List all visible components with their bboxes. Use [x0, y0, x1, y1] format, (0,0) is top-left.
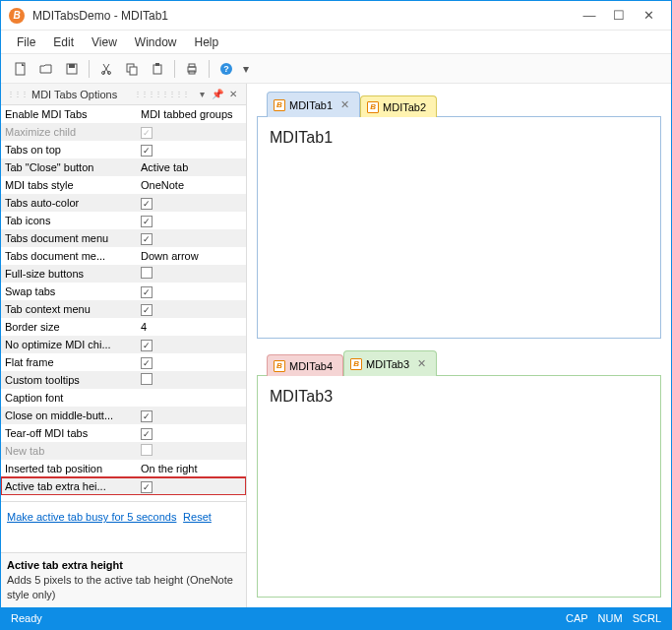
copy-button[interactable] — [120, 57, 144, 81]
checkbox[interactable] — [141, 267, 153, 279]
checkbox[interactable]: ✓ — [141, 216, 153, 227]
help-button[interactable]: ? — [214, 57, 238, 81]
checkbox[interactable]: ✓ — [141, 198, 153, 210]
option-row[interactable]: Tab context menu✓ — [1, 300, 246, 318]
option-label: Tabs document me... — [1, 250, 137, 262]
panel-dropdown-icon[interactable]: ▾ — [195, 88, 209, 101]
document-icon: B — [350, 358, 362, 370]
menu-help[interactable]: Help — [187, 32, 227, 52]
menubar: File Edit View Window Help — [1, 31, 671, 54]
option-value[interactable] — [137, 444, 246, 458]
checkbox[interactable]: ✓ — [141, 481, 153, 493]
option-row[interactable]: Tab "Close" buttonActive tab — [1, 158, 246, 176]
option-row[interactable]: Tab icons✓ — [1, 212, 246, 229]
panel-title: MDI Tabs Options — [31, 89, 134, 100]
grip-icon: ⋮⋮⋮⋮⋮⋮⋮⋮ — [134, 90, 189, 98]
option-value[interactable]: OneNote — [137, 179, 246, 191]
checkbox[interactable]: ✓ — [141, 410, 153, 422]
sidebar: ⋮⋮⋮ MDI Tabs Options ⋮⋮⋮⋮⋮⋮⋮⋮ ▾ 📌 ✕ Enab… — [1, 84, 247, 607]
option-row[interactable]: Caption font — [1, 389, 246, 407]
checkbox[interactable]: ✓ — [141, 304, 153, 316]
option-value[interactable]: ✓ — [137, 427, 246, 440]
option-value[interactable]: Down arrow — [137, 250, 246, 262]
tab-close-icon[interactable]: ✕ — [417, 357, 426, 370]
option-row[interactable]: Tabs document me...Down arrow — [1, 247, 246, 265]
svg-point-3 — [102, 71, 105, 74]
options-grid: Enable MDI TabsMDI tabbed groupsMaximize… — [1, 105, 246, 495]
save-button[interactable] — [60, 57, 84, 81]
minimize-button[interactable]: — — [575, 5, 604, 27]
close-button[interactable]: ✕ — [634, 5, 663, 27]
cut-button[interactable] — [94, 57, 118, 81]
cap-indicator: CAP — [566, 612, 588, 624]
option-value[interactable]: On the right — [137, 463, 246, 474]
busy-link[interactable]: Make active tab busy for 5 seconds — [7, 511, 176, 523]
option-label: Tear-off MDI tabs — [1, 427, 137, 439]
option-value[interactable]: ✓ — [137, 215, 246, 227]
option-value[interactable]: ✓ — [137, 480, 246, 493]
option-row[interactable]: Active tab extra hei...✓ — [1, 477, 246, 495]
option-value[interactable]: ✓ — [137, 356, 246, 369]
option-row[interactable]: MDI tabs styleOneNote — [1, 176, 246, 194]
menu-file[interactable]: File — [9, 32, 43, 52]
panel-header: ⋮⋮⋮ MDI Tabs Options ⋮⋮⋮⋮⋮⋮⋮⋮ ▾ 📌 ✕ — [1, 84, 246, 105]
option-row[interactable]: Tear-off MDI tabs✓ — [1, 424, 246, 442]
option-row[interactable]: Border size4 — [1, 318, 246, 336]
menu-window[interactable]: Window — [127, 32, 185, 52]
option-value[interactable]: ✓ — [137, 144, 246, 157]
help-dropdown[interactable]: ▾ — [240, 57, 252, 81]
option-row[interactable]: Inserted tab positionOn the right — [1, 460, 246, 477]
menu-view[interactable]: View — [84, 32, 125, 52]
option-value[interactable]: 4 — [137, 321, 246, 333]
description-area: Active tab extra height Adds 5 pixels to… — [1, 552, 246, 607]
option-row[interactable]: Flat frame✓ — [1, 353, 246, 371]
panel-close-icon[interactable]: ✕ — [226, 88, 240, 101]
option-value[interactable] — [137, 267, 246, 281]
maximize-button[interactable]: ☐ — [604, 5, 634, 27]
option-row[interactable]: Tabs document menu✓ — [1, 229, 246, 247]
checkbox[interactable]: ✓ — [141, 286, 153, 298]
option-value[interactable]: ✓ — [137, 232, 246, 245]
mdi-tab[interactable]: BMDITab2 — [360, 95, 437, 117]
option-value[interactable]: ✓ — [137, 339, 246, 351]
body: ⋮⋮⋮ MDI Tabs Options ⋮⋮⋮⋮⋮⋮⋮⋮ ▾ 📌 ✕ Enab… — [1, 84, 671, 607]
tab-label: MDITab4 — [289, 360, 333, 372]
option-value[interactable] — [137, 373, 246, 387]
option-value[interactable]: ✓ — [137, 410, 246, 422]
option-row[interactable]: Swap tabs✓ — [1, 283, 246, 300]
reset-link[interactable]: Reset — [183, 511, 212, 523]
checkbox[interactable]: ✓ — [141, 145, 153, 157]
option-row[interactable]: Tabs on top✓ — [1, 141, 246, 158]
option-row[interactable]: Close on middle-butt...✓ — [1, 407, 246, 424]
checkbox[interactable]: ✓ — [141, 233, 153, 245]
checkbox[interactable]: ✓ — [141, 340, 153, 351]
paste-button[interactable] — [146, 57, 169, 81]
tab-close-icon[interactable]: ✕ — [340, 98, 349, 111]
option-value[interactable]: Active tab — [137, 161, 246, 173]
checkbox[interactable] — [141, 373, 153, 385]
mdi-tab[interactable]: BMDITab1✕ — [267, 92, 360, 117]
menu-edit[interactable]: Edit — [45, 32, 82, 52]
option-value[interactable]: ✓ — [137, 303, 246, 316]
statusbar: Ready CAP NUM SCRL — [1, 607, 671, 629]
option-value[interactable]: MDI tabbed groups — [137, 108, 246, 120]
option-row[interactable]: Tabs auto-color✓ — [1, 194, 246, 212]
new-button[interactable] — [9, 57, 32, 81]
option-row[interactable]: Full-size buttons — [1, 265, 246, 283]
option-row[interactable]: No optimize MDI chi...✓ — [1, 336, 246, 353]
checkbox[interactable]: ✓ — [141, 428, 153, 440]
option-row[interactable]: New tab — [1, 442, 246, 460]
pin-icon[interactable]: 📌 — [211, 88, 224, 101]
checkbox[interactable]: ✓ — [141, 357, 153, 369]
open-button[interactable] — [34, 57, 58, 81]
option-row[interactable]: Maximize child✓ — [1, 123, 246, 141]
option-row[interactable]: Enable MDI TabsMDI tabbed groups — [1, 105, 246, 123]
option-value[interactable]: ✓ — [137, 197, 246, 210]
print-button[interactable] — [180, 57, 204, 81]
mdi-tab[interactable]: BMDITab4 — [267, 354, 343, 376]
option-value[interactable]: ✓ — [137, 285, 246, 298]
option-value[interactable]: ✓ — [137, 126, 246, 139]
option-label: No optimize MDI chi... — [1, 339, 137, 350]
option-row[interactable]: Custom tooltips — [1, 371, 246, 389]
mdi-tab[interactable]: BMDITab3✕ — [343, 350, 437, 376]
